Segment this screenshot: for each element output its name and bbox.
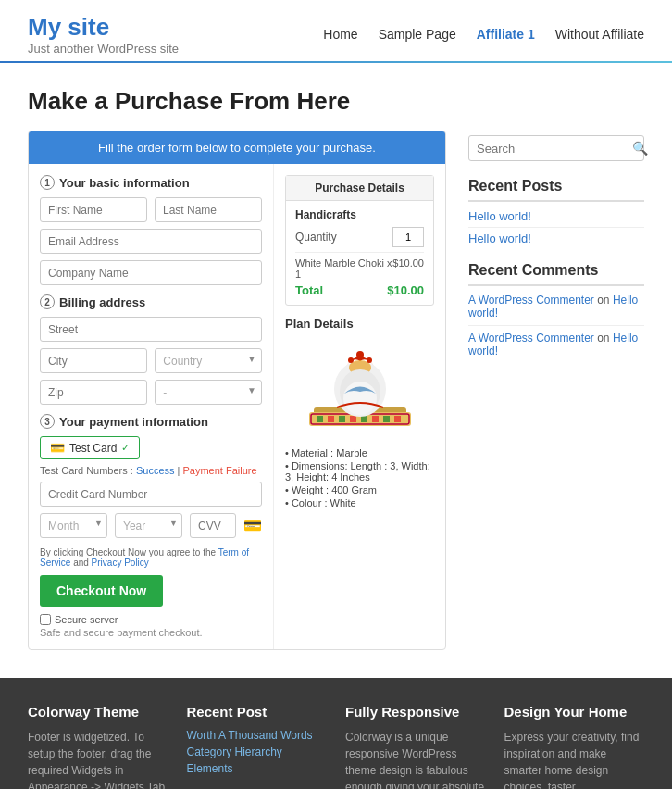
street-input[interactable] [40, 317, 262, 342]
svg-rect-3 [317, 416, 323, 422]
svg-point-13 [356, 351, 364, 358]
post-divider-1 [468, 227, 644, 228]
comment-divider-1 [468, 325, 644, 326]
footer-col-2-title: Recent Post [187, 704, 328, 720]
comment-2: A WordPress Commenter on Hello world! [468, 332, 644, 357]
city-input[interactable] [40, 348, 147, 373]
section1-num: 1 [40, 175, 55, 190]
svg-rect-7 [361, 416, 367, 422]
test-card-failure-link[interactable]: Payment Failure [183, 465, 257, 476]
purchase-plan-panel: Purchase Details Handicrafts Quantity Wh… [274, 164, 445, 649]
country-select-wrapper: Country ▼ [155, 348, 262, 373]
nav-sample[interactable]: Sample Page [379, 27, 456, 42]
quantity-label: Quantity [295, 231, 337, 244]
first-name-input[interactable] [40, 197, 147, 222]
test-card-success-link[interactable]: Success [136, 465, 175, 476]
section1-label: Your basic information [59, 176, 190, 190]
year-chevron-icon: ▼ [169, 519, 178, 528]
footer-col-3: Fully Responsive Colorway is a unique re… [345, 704, 486, 789]
search-box: 🔍 [468, 135, 644, 161]
recent-posts-title: Recent Posts [468, 178, 644, 202]
name-row [40, 197, 262, 222]
zip2-chevron-icon: ▼ [247, 385, 256, 395]
footer-col-1-text: Footer is widgetized. To setup the foote… [28, 729, 168, 789]
cvv-input[interactable] [190, 513, 236, 538]
purchase-details-title: Purchase Details [286, 176, 433, 201]
footer-main: Colorway Theme Footer is widgetized. To … [0, 678, 672, 789]
section3-title: 3 Your payment information [40, 414, 262, 429]
footer-link-2[interactable]: Category Hierarchy [187, 745, 328, 758]
section3-num: 3 [40, 414, 55, 429]
secure-label: Secure server [55, 614, 118, 625]
footer-link-3[interactable]: Elements [187, 762, 328, 775]
svg-point-14 [348, 357, 354, 363]
company-input[interactable] [40, 260, 262, 285]
country-select[interactable]: Country [155, 348, 262, 373]
last-name-input[interactable] [155, 197, 262, 222]
product-image [300, 338, 420, 440]
item-row: White Marble Choki x 1 $10.00 [295, 257, 424, 280]
commenter-2-link[interactable]: A WordPress Commenter [468, 332, 594, 344]
month-select-wrapper: Month ▼ [40, 513, 107, 538]
month-chevron-icon: ▼ [94, 519, 103, 528]
check-icon: ✓ [121, 442, 130, 454]
recent-posts-section: Recent Posts Hello world! Hello world! [468, 178, 644, 245]
post-link-2[interactable]: Hello world! [468, 232, 644, 245]
test-card-button[interactable]: 💳 Test Card ✓ [40, 436, 140, 459]
site-branding: My site Just another WordPress site [28, 13, 179, 56]
plan-details: Plan Details [285, 317, 434, 508]
footer-col-4-title: Design Your Home [504, 704, 645, 720]
quantity-row: Quantity [295, 227, 424, 247]
email-input[interactable] [40, 229, 262, 254]
search-input[interactable] [477, 142, 632, 156]
footer-col-4-text: Express your creativity, find inspiratio… [504, 729, 645, 789]
site-title: My site [28, 13, 179, 42]
comment-1-on: on [597, 294, 609, 307]
nav-home[interactable]: Home [323, 27, 357, 42]
quantity-input[interactable] [392, 227, 424, 247]
svg-rect-4 [328, 416, 334, 422]
detail-dimensions: • Dimensions: Length : 3, Width: 3, Heig… [285, 460, 434, 482]
footer-link-1[interactable]: Worth A Thousand Words [187, 729, 328, 742]
country-chevron-icon: ▼ [247, 354, 256, 364]
svg-rect-6 [350, 416, 356, 422]
detail-material: • Material : Marble [285, 447, 434, 458]
secure-note: Safe and secure payment checkout. [40, 627, 262, 638]
section3-label: Your payment information [59, 415, 208, 429]
footer-col-3-title: Fully Responsive [345, 704, 486, 720]
checkout-button[interactable]: Checkout Now [40, 575, 163, 607]
left-column: Make a Purchase From Here Fill the order… [28, 87, 446, 650]
product-image-container [285, 338, 434, 440]
section1-title: 1 Your basic information [40, 175, 262, 190]
post-link-1[interactable]: Hello world! [468, 209, 644, 223]
recent-comments-section: Recent Comments A WordPress Commenter on… [468, 262, 644, 357]
nav-affiliate1[interactable]: Affiliate 1 [477, 27, 535, 42]
credit-card-input[interactable] [40, 482, 262, 507]
detail-weight: • Weight : 400 Gram [285, 484, 434, 495]
section2-num: 2 [40, 294, 55, 309]
comment-2-on: on [597, 332, 609, 344]
year-select-wrapper: Year ▼ [115, 513, 182, 538]
card-back-icon: 💳 [243, 517, 262, 534]
expiry-cvv-row: Month ▼ Year ▼ 💳 [40, 513, 262, 538]
test-card-label: Test Card [69, 442, 117, 455]
street-row [40, 317, 262, 342]
footer-col-4: Design Your Home Express your creativity… [504, 704, 645, 789]
product-category: Handicrafts [295, 208, 424, 221]
item-price: $10.00 [392, 257, 424, 280]
nav-without-affiliate[interactable]: Without Affiliate [555, 27, 644, 42]
credit-card-icon: 💳 [50, 441, 65, 455]
detail-colour: • Colour : White [285, 497, 434, 508]
search-icon[interactable]: 🔍 [632, 141, 648, 156]
total-value: $10.00 [387, 283, 424, 297]
commenter-1-link[interactable]: A WordPress Commenter [468, 294, 594, 307]
zip-input[interactable] [40, 380, 147, 405]
secure-checkbox[interactable] [40, 614, 51, 625]
page-title: Make a Purchase From Here [28, 87, 446, 116]
svg-rect-5 [339, 416, 345, 422]
total-label: Total [295, 283, 323, 297]
zip2-select[interactable]: - [155, 380, 262, 405]
privacy-link[interactable]: Privacy Policy [92, 557, 149, 568]
recent-comments-title: Recent Comments [468, 262, 644, 286]
footer-col-2: Recent Post Worth A Thousand Words Categ… [187, 704, 328, 789]
